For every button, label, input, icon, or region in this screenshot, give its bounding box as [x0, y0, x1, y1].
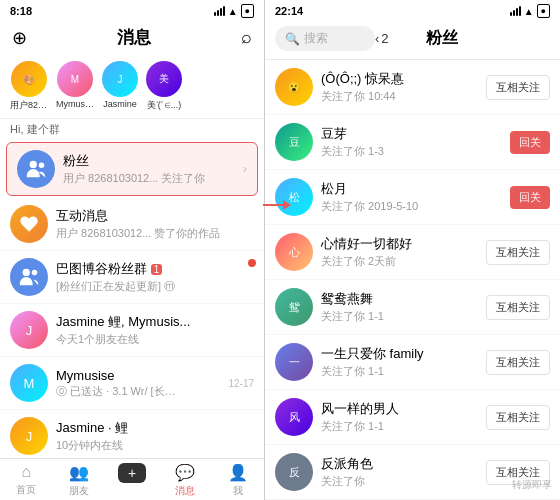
fan-sub: 关注了你 1-1: [321, 419, 478, 434]
group-message-item[interactable]: 巴图博谷粉丝群 1 [粉丝们正在发起更新] ⓜ: [0, 251, 264, 304]
watermark: 转源即享: [512, 478, 552, 492]
search-icon[interactable]: ⌕: [241, 27, 252, 48]
interact-preview: 用户 8268103012... 赞了你的作品: [56, 226, 254, 241]
hi-text: Hi, 建个群: [0, 119, 264, 140]
fan-item[interactable]: 豆 豆芽 关注了你 1-3 回关: [265, 115, 560, 170]
mymusise-content: Mymusise ⓪ 已送达 · 3.1 Wr/ [长…: [56, 368, 220, 399]
nav-add[interactable]: +: [106, 463, 159, 498]
fan-item[interactable]: 鸳 鸳鸯燕舞 关注了你 1-1 互相关注: [265, 280, 560, 335]
arrow-head: [283, 200, 291, 210]
fan-avatar: 豆: [275, 123, 313, 161]
svg-point-2: [23, 269, 30, 276]
story-label: 美ˊ(´∈...): [147, 99, 182, 112]
fans-message-item[interactable]: 粉丝 用户 8268103012... 关注了你 ›: [6, 142, 258, 196]
fan-avatar: 松: [275, 178, 313, 216]
fan-info: 松月 关注了你 2019-5-10: [321, 180, 502, 214]
unread-dot: [248, 259, 256, 267]
nav-messages-label: 消息: [175, 484, 195, 498]
message-list: 粉丝 用户 8268103012... 关注了你 › 互动消息 用户 82681…: [0, 140, 264, 458]
fan-avatar: 😮: [275, 68, 313, 106]
fan-info: 鸳鸯燕舞 关注了你 1-1: [321, 290, 478, 324]
fan-name: 反派角色: [321, 455, 478, 473]
mutual-follow-button[interactable]: 互相关注: [486, 240, 550, 265]
mutual-follow-button[interactable]: 互相关注: [486, 295, 550, 320]
fan-sub: 关注了你: [321, 474, 478, 489]
fan-info: 风一样的男人 关注了你 1-1: [321, 400, 478, 434]
add-button[interactable]: +: [118, 463, 146, 483]
nav-me[interactable]: 👤 我: [211, 463, 264, 498]
right-status-icons: ▲ ●: [510, 4, 550, 18]
group-name: 巴图博谷粉丝群 1: [56, 260, 254, 278]
fan-info: 反派角色 关注了你: [321, 455, 478, 489]
jasmine-group-content: Jasmine 鲤, Mymusis... 今天1个朋友在线: [56, 313, 254, 347]
fan-info: 心情好一切都好 关注了你 2天前: [321, 235, 478, 269]
fan-avatar: 反: [275, 453, 313, 491]
fans-title: 粉丝: [426, 28, 458, 49]
mymusise-item[interactable]: M Mymusise ⓪ 已送达 · 3.1 Wr/ [长… 12-17: [0, 357, 264, 410]
arrow-connector: [263, 200, 291, 210]
messages-title: 消息: [117, 26, 151, 49]
fans-avatar: [17, 150, 55, 188]
mutual-follow-button[interactable]: 互相关注: [486, 350, 550, 375]
fan-name: 鸳鸯燕舞: [321, 290, 478, 308]
fan-sub: 关注了你 1-1: [321, 364, 478, 379]
fan-sub: 关注了你 2天前: [321, 254, 478, 269]
right-battery-icon: ●: [537, 4, 550, 18]
jasmine-item[interactable]: J Jasmine · 鲤 10分钟内在线: [0, 410, 264, 458]
follow-back-button[interactable]: 回关: [510, 131, 550, 154]
jasmine-content: Jasmine · 鲤 10分钟内在线: [56, 419, 254, 453]
fan-item[interactable]: 松 松月 关注了你 2019-5-10 回关: [265, 170, 560, 225]
fan-sub: 关注了你 2019-5-10: [321, 199, 502, 214]
mutual-follow-button[interactable]: 互相关注: [486, 405, 550, 430]
fan-item[interactable]: 风 风一样的男人 关注了你 1-1 互相关注: [265, 390, 560, 445]
fan-name: 松月: [321, 180, 502, 198]
search-icon: 🔍: [285, 32, 300, 46]
fan-item[interactable]: 一 一生只爱你 family 关注了你 1-1 互相关注: [265, 335, 560, 390]
follow-back-button[interactable]: 回关: [510, 186, 550, 209]
fan-name: 一生只爱你 family: [321, 345, 478, 363]
search-placeholder: 搜索: [304, 30, 328, 47]
left-status-icons: ▲ ●: [214, 4, 254, 18]
left-status-bar: 8:18 ▲ ●: [0, 0, 264, 22]
home-icon: ⌂: [22, 463, 32, 481]
fans-list: 😮 (Ô(Ô;;) 惊呆惪 关注了你 10:44 互相关注 豆 豆芽 关注了你 …: [265, 60, 560, 500]
story-label: Mymusise: [56, 99, 94, 109]
battery-icon: ●: [241, 4, 254, 18]
group-preview: [粉丝们正在发起更新] ⓜ: [56, 279, 254, 294]
arrow-line: [263, 204, 283, 206]
jasmine-group-item[interactable]: J Jasmine 鲤, Mymusis... 今天1个朋友在线: [0, 304, 264, 357]
back-button[interactable]: ‹ 2: [375, 31, 389, 46]
nav-me-label: 我: [233, 484, 243, 498]
right-phone: 22:14 ▲ ● 🔍 搜索 ‹ 2 粉丝 😮: [265, 0, 560, 500]
story-item[interactable]: 美 美ˊ(´∈...): [146, 61, 182, 112]
friends-icon: 👥: [69, 463, 89, 482]
interact-content: 互动消息 用户 8268103012... 赞了你的作品: [56, 207, 254, 241]
nav-home[interactable]: ⌂ 首页: [0, 463, 53, 498]
fans-name: 粉丝: [63, 152, 235, 170]
story-item[interactable]: J Jasmine: [102, 61, 138, 112]
nav-friends[interactable]: 👥 朋友: [53, 463, 106, 498]
nav-messages[interactable]: 💬 消息: [158, 463, 211, 498]
search-bar[interactable]: 🔍 搜索: [275, 26, 375, 51]
add-icon[interactable]: ⊕: [12, 27, 27, 49]
story-item[interactable]: 🎨 用户826...: [10, 61, 48, 112]
me-icon: 👤: [228, 463, 248, 482]
fan-info: 一生只爱你 family 关注了你 1-1: [321, 345, 478, 379]
jasmine-group-avatar: J: [10, 311, 48, 349]
fan-sub: 关注了你 10:44: [321, 89, 478, 104]
nav-friends-label: 朋友: [69, 484, 89, 498]
story-item[interactable]: M Mymusise: [56, 61, 94, 112]
mutual-follow-button[interactable]: 互相关注: [486, 75, 550, 100]
fan-sub: 关注了你 1-1: [321, 309, 478, 324]
fan-item[interactable]: 心 心情好一切都好 关注了你 2天前 互相关注: [265, 225, 560, 280]
mymusise-time: 12-17: [228, 378, 254, 389]
fan-avatar: 风: [275, 398, 313, 436]
svg-point-1: [39, 163, 45, 169]
messages-icon: 💬: [175, 463, 195, 482]
interact-message-item[interactable]: 互动消息 用户 8268103012... 赞了你的作品: [0, 198, 264, 251]
fan-sub: 关注了你 1-3: [321, 144, 502, 159]
jasmine-group-preview: 今天1个朋友在线: [56, 332, 254, 347]
fan-item[interactable]: 😮 (Ô(Ô;;) 惊呆惪 关注了你 10:44 互相关注: [265, 60, 560, 115]
right-status-bar: 22:14 ▲ ●: [265, 0, 560, 22]
jasmine-name: Jasmine · 鲤: [56, 419, 254, 437]
